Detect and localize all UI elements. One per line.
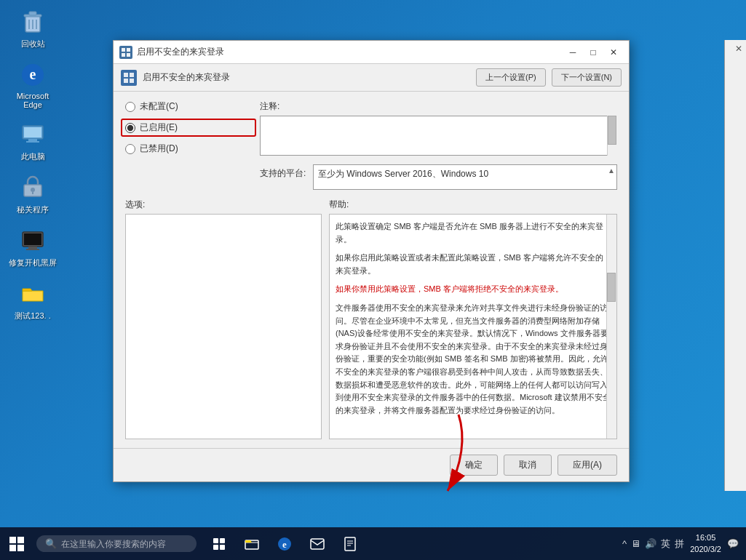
recycle-bin-label: 回收站 xyxy=(21,39,45,49)
notification-icon[interactable]: 💬 xyxy=(727,538,739,549)
this-pc-icon[interactable]: 此电脑 xyxy=(7,120,58,162)
taskbar-search-icon: 🔍 xyxy=(45,538,57,549)
help-text-2: 如果你启用此策略设置或者未配置此策略设置，SMB 客户端将允许不安全的来宾登录。 xyxy=(336,252,611,277)
start-button[interactable] xyxy=(0,527,33,560)
svg-rect-25 xyxy=(124,79,128,83)
ime-icon[interactable]: 拼 xyxy=(675,537,684,551)
svg-rect-2 xyxy=(29,12,36,15)
edge-taskbar-btn[interactable]: e xyxy=(269,529,300,559)
dialog-footer: 确定 取消 应用(A) xyxy=(114,448,629,481)
secret-program-icon[interactable]: 秘关程序 xyxy=(7,173,58,215)
dialog-maximize-btn[interactable]: □ xyxy=(584,44,603,60)
second-dialog-close-btn[interactable]: ✕ xyxy=(735,44,742,54)
right-section: 注释: 支持的平台: 至少为 Windows Server 2016、Windo… xyxy=(260,100,617,190)
dialog-title-text: 启用不安全的来宾登录 xyxy=(137,46,563,58)
cancel-btn[interactable]: 取消 xyxy=(504,455,552,476)
radio-unconfigured-input[interactable] xyxy=(125,102,135,112)
scroll-up-arrow: ▲ xyxy=(608,167,615,175)
taskbar: 🔍 e xyxy=(0,527,746,560)
svg-rect-23 xyxy=(124,73,128,77)
svg-rect-29 xyxy=(220,538,225,543)
notepad-taskbar-btn[interactable] xyxy=(335,529,365,559)
fix-screen-icon[interactable]: 修复开机黑屏 xyxy=(7,226,58,268)
svg-rect-31 xyxy=(220,545,225,550)
secret-program-label: 秘关程序 xyxy=(17,204,49,215)
dialog-minimize-btn[interactable]: ─ xyxy=(563,44,582,60)
desktop-icons: 回收站 e MicrosoftEdge 此电脑 xyxy=(7,7,58,321)
this-pc-image xyxy=(18,120,47,149)
task-view-btn[interactable] xyxy=(204,529,234,559)
svg-rect-16 xyxy=(24,233,41,245)
explorer-btn[interactable] xyxy=(237,529,267,559)
radio-enabled-label: 已启用(E) xyxy=(140,121,178,134)
policy-dialog: 启用不安全的来宾登录 ─ □ ✕ 启用不安全的来宾登录 上一个设置(P) 下一个… xyxy=(113,40,630,482)
network-icon[interactable]: 🖥 xyxy=(631,538,640,549)
svg-rect-30 xyxy=(213,545,218,550)
windows-logo xyxy=(9,537,24,551)
help-text-4: 文件服务器使用不安全的来宾登录来允许对共享文件夹进行未经身份验证的访问。尽管在企… xyxy=(336,302,611,417)
recycle-bin-image xyxy=(18,7,47,36)
radio-disabled-input[interactable] xyxy=(125,144,135,154)
edge-label: MicrosoftEdge xyxy=(17,92,49,109)
taskbar-time: 16:05 xyxy=(690,532,721,543)
help-text-3: 如果你禁用此策略设置，SMB 客户端将拒绝不安全的来宾登录。 xyxy=(336,283,611,296)
dialog-toolbar: 启用不安全的来宾登录 上一个设置(P) 下一个设置(N) xyxy=(114,64,629,92)
taskbar-clock[interactable]: 16:05 2020/3/2 xyxy=(690,532,721,555)
taskbar-middle-btns: e xyxy=(204,529,365,559)
platform-label: 支持的平台: xyxy=(260,164,307,180)
platform-value-box: 至少为 Windows Server 2016、Windows 10 ▲ xyxy=(313,164,617,190)
svg-rect-28 xyxy=(213,538,218,543)
options-label: 选项: xyxy=(125,199,322,211)
confirm-btn[interactable]: 确定 xyxy=(450,455,498,476)
mail-taskbar-btn[interactable] xyxy=(302,529,333,559)
desktop: 回收站 e MicrosoftEdge 此电脑 xyxy=(0,0,746,560)
help-text-1: 此策略设置确定 SMB 客户端是否允许在 SMB 服务器上进行不安全的来宾登录。 xyxy=(336,220,611,246)
secret-program-image xyxy=(18,173,47,202)
options-help-row: 选项: 帮助: 此策略设置确定 SMB 客户端是否允许在 SMB 服务器上进行不… xyxy=(125,199,617,439)
volume-icon[interactable]: 🔊 xyxy=(645,538,656,549)
svg-rect-18 xyxy=(26,249,39,250)
edge-icon[interactable]: e MicrosoftEdge xyxy=(7,60,58,109)
svg-rect-24 xyxy=(130,73,134,77)
svg-text:e: e xyxy=(30,66,36,82)
svg-text:e: e xyxy=(282,539,287,550)
chevron-icon[interactable]: ^ xyxy=(622,538,627,549)
second-dialog: ✕ xyxy=(724,40,746,491)
platform-value: 至少为 Windows Server 2016、Windows 10 xyxy=(318,169,488,179)
help-section: 帮助: 此策略设置确定 SMB 客户端是否允许在 SMB 服务器上进行不安全的来… xyxy=(329,199,617,439)
apply-btn[interactable]: 应用(A) xyxy=(557,455,617,476)
test-folder-image xyxy=(18,279,47,308)
radio-disabled-label: 已禁用(D) xyxy=(140,143,178,155)
taskbar-search-box[interactable]: 🔍 xyxy=(36,535,197,552)
svg-rect-11 xyxy=(26,141,39,143)
recycle-bin-icon[interactable]: 回收站 xyxy=(7,7,58,49)
radio-unconfigured-label: 未配置(C) xyxy=(140,100,178,113)
prev-setting-btn[interactable]: 上一个设置(P) xyxy=(476,68,546,87)
test-folder-icon[interactable]: 测试123. . xyxy=(7,279,58,321)
taskbar-search-input[interactable] xyxy=(61,539,185,549)
svg-rect-26 xyxy=(130,79,134,83)
radio-unconfigured[interactable]: 未配置(C) xyxy=(125,100,256,113)
next-setting-btn[interactable]: 下一个设置(N) xyxy=(552,68,622,87)
dialog-title-icon xyxy=(119,46,132,59)
svg-rect-21 xyxy=(122,53,125,57)
this-pc-label: 此电脑 xyxy=(21,151,45,162)
svg-rect-9 xyxy=(24,127,41,137)
toolbar-policy-title: 启用不安全的来宾登录 xyxy=(143,71,470,84)
dialog-titlebar[interactable]: 启用不安全的来宾登录 ─ □ ✕ xyxy=(114,41,629,64)
radio-enabled[interactable]: 已启用(E) xyxy=(121,119,256,137)
help-label: 帮助: xyxy=(329,199,617,211)
dialog-close-btn[interactable]: ✕ xyxy=(604,44,623,60)
svg-rect-10 xyxy=(28,139,37,141)
svg-point-13 xyxy=(31,188,35,192)
comment-textarea[interactable] xyxy=(260,116,617,156)
options-box xyxy=(125,214,322,439)
svg-rect-17 xyxy=(28,247,37,249)
platform-row: 支持的平台: 至少为 Windows Server 2016、Windows 1… xyxy=(260,164,617,190)
fix-screen-image xyxy=(18,226,47,255)
lang-icon[interactable]: 英 xyxy=(661,537,670,551)
radio-disabled[interactable]: 已禁用(D) xyxy=(125,143,256,155)
help-box: 此策略设置确定 SMB 客户端是否允许在 SMB 服务器上进行不安全的来宾登录。… xyxy=(329,214,617,439)
radio-enabled-input[interactable] xyxy=(125,123,135,133)
comment-label: 注释: xyxy=(260,100,617,113)
